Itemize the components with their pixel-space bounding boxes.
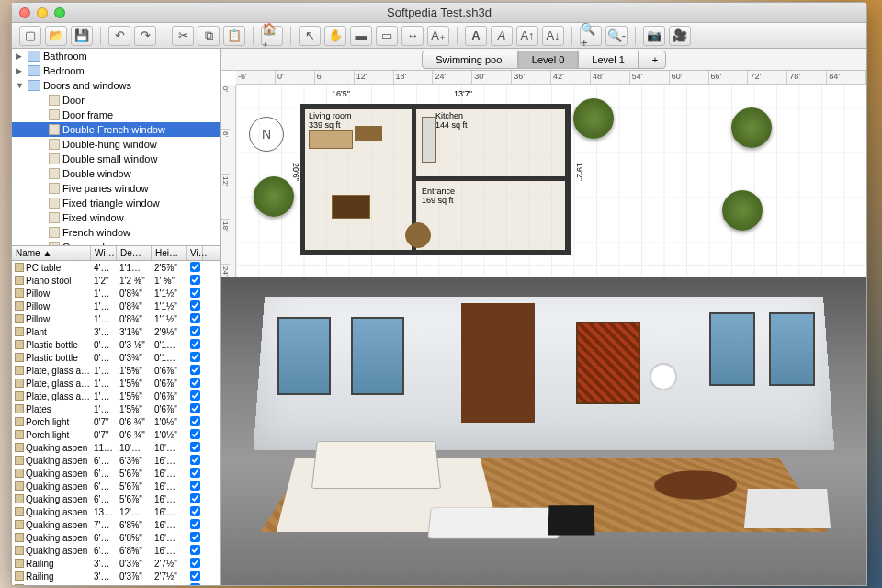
- pan-tool[interactable]: ✋: [324, 26, 346, 46]
- furniture-row[interactable]: Plates1'…1'5⅝"0'6⅞": [12, 402, 220, 415]
- photo-button[interactable]: 📷: [643, 26, 665, 46]
- visibility-checkbox[interactable]: [190, 416, 200, 426]
- close-icon[interactable]: [19, 7, 30, 18]
- visibility-checkbox[interactable]: [190, 326, 200, 336]
- dimension-tool[interactable]: ↔: [401, 26, 424, 46]
- video-button[interactable]: 🎥: [669, 26, 691, 46]
- furniture-row[interactable]: Pillow1'…0'8¾"1'1½": [12, 312, 220, 325]
- catalog-item[interactable]: ▼Doors and windows: [12, 78, 220, 93]
- catalog-item[interactable]: Double-hung window: [12, 137, 220, 152]
- visibility-checkbox[interactable]: [190, 506, 200, 516]
- visibility-checkbox[interactable]: [190, 275, 200, 285]
- furniture-row[interactable]: Plastic bottle0'…0'3 ⅛"0'1…: [12, 338, 220, 351]
- table-object[interactable]: [332, 195, 370, 219]
- furniture-row[interactable]: Piano stool1'2"1'2 ⅜"1' ⅝": [12, 274, 220, 287]
- zoom-in-button[interactable]: 🔍+: [580, 26, 602, 46]
- furniture-row[interactable]: Pillow1'…0'8¾"1'1½": [12, 287, 220, 300]
- furniture-row[interactable]: Plate, glass a…1'…1'5⅝"0'6⅞": [12, 364, 220, 377]
- visibility-checkbox[interactable]: [190, 403, 200, 413]
- catalog-item[interactable]: ▶Bedroom: [12, 63, 220, 78]
- catalog-item[interactable]: Five panes window: [12, 181, 220, 196]
- round-object[interactable]: [405, 222, 431, 248]
- tree-object[interactable]: [573, 98, 614, 139]
- tab-swimming-pool[interactable]: Swimming pool: [422, 51, 518, 69]
- visibility-checkbox[interactable]: [190, 493, 200, 503]
- sofa-object[interactable]: [309, 130, 353, 149]
- furniture-catalog-tree[interactable]: ▶Bathroom▶Bedroom▼Doors and windowsDoorD…: [12, 49, 220, 246]
- visibility-checkbox[interactable]: [190, 378, 200, 388]
- interior-wall[interactable]: [412, 176, 571, 181]
- visibility-checkbox[interactable]: [190, 300, 200, 311]
- visibility-checkbox[interactable]: [190, 468, 200, 478]
- furniture-row[interactable]: Quaking aspen6'…6'3⅜"16'…: [12, 454, 220, 467]
- furniture-list-header[interactable]: Name ▲ Wi… De… Hei… Vi…: [12, 246, 220, 261]
- text-tool[interactable]: A₊: [427, 26, 449, 46]
- furniture-row[interactable]: Quaking aspen6'…5'6⅞"16'…: [12, 467, 220, 480]
- furniture-row[interactable]: Pillow1'…0'8¾"1'1½": [12, 300, 220, 312]
- counter-object[interactable]: [422, 117, 436, 163]
- view-3d[interactable]: [221, 277, 866, 585]
- furniture-row[interactable]: Quaking aspen6'…6'8⅝"16'…: [12, 531, 220, 544]
- furniture-row[interactable]: Quaking aspen11…10'…18'…: [12, 441, 220, 454]
- furniture-object[interactable]: [355, 126, 382, 141]
- compass-icon[interactable]: N: [249, 117, 284, 152]
- catalog-item[interactable]: French window: [12, 225, 220, 240]
- catalog-item[interactable]: Door: [12, 93, 220, 107]
- visibility-checkbox[interactable]: [190, 339, 200, 349]
- italic-button[interactable]: A: [491, 26, 513, 46]
- save-button[interactable]: 💾: [71, 26, 93, 46]
- catalog-item[interactable]: ▶Bathroom: [12, 49, 220, 63]
- furniture-row[interactable]: Quaking aspen6'…6'8⅝"16'…: [12, 544, 220, 557]
- visibility-checkbox[interactable]: [190, 558, 200, 568]
- visibility-checkbox[interactable]: [190, 390, 200, 401]
- furniture-row[interactable]: Plate, glass a…1'…1'5⅝"0'6⅞": [12, 377, 220, 390]
- furniture-list[interactable]: PC table4'…1'1…2'5⅞"Piano stool1'2"1'2 ⅜…: [12, 261, 220, 585]
- redo-button[interactable]: ↷: [134, 26, 156, 46]
- visibility-checkbox[interactable]: [190, 313, 200, 323]
- paste-button[interactable]: 📋: [223, 26, 245, 46]
- furniture-row[interactable]: Porch light0'7"0'6 ¾"1'0½": [12, 428, 220, 441]
- visibility-checkbox[interactable]: [190, 442, 200, 452]
- furniture-row[interactable]: Plastic bottle0'…0'3¾"0'1…: [12, 351, 220, 364]
- furniture-row[interactable]: Rain gutters52…28'…0'7⅞": [12, 582, 220, 585]
- furniture-row[interactable]: Railing3'…0'3⅞"2'7½": [12, 570, 220, 582]
- zoom-icon[interactable]: [54, 7, 65, 18]
- room-tool[interactable]: ▭: [376, 26, 398, 46]
- catalog-item[interactable]: Double window: [12, 166, 220, 181]
- furniture-row[interactable]: Quaking aspen6'…5'6⅞"16'…: [12, 480, 220, 492]
- text-larger-button[interactable]: A↑: [516, 26, 538, 46]
- visibility-checkbox[interactable]: [190, 532, 200, 542]
- minimize-icon[interactable]: [37, 7, 48, 18]
- visibility-checkbox[interactable]: [190, 262, 200, 272]
- wall-tool[interactable]: ▬: [350, 26, 372, 46]
- furniture-row[interactable]: Quaking aspen13…12'…16'…: [12, 505, 220, 518]
- furniture-row[interactable]: Porch light0'7"0'6 ¾"1'0½": [12, 415, 220, 428]
- visibility-checkbox[interactable]: [190, 288, 200, 298]
- visibility-checkbox[interactable]: [190, 352, 200, 362]
- select-tool[interactable]: ↖: [299, 26, 321, 46]
- visibility-checkbox[interactable]: [190, 519, 200, 529]
- visibility-checkbox[interactable]: [190, 455, 200, 465]
- open-button[interactable]: 📂: [45, 26, 67, 46]
- visibility-checkbox[interactable]: [190, 481, 200, 491]
- catalog-item[interactable]: Door frame: [12, 107, 220, 122]
- furniture-row[interactable]: Quaking aspen6'…5'6⅞"16'…: [12, 492, 220, 505]
- add-furniture-button[interactable]: 🏠₊: [261, 26, 283, 46]
- catalog-item[interactable]: Garage door: [12, 240, 220, 246]
- tree-object[interactable]: [722, 190, 763, 231]
- visibility-checkbox[interactable]: [190, 365, 200, 375]
- tree-object[interactable]: [254, 176, 294, 217]
- catalog-item[interactable]: Double French window: [12, 122, 220, 137]
- add-level-button[interactable]: +: [639, 51, 666, 69]
- furniture-row[interactable]: Plate, glass a…1'…1'5⅝"0'6⅞": [12, 390, 220, 402]
- undo-button[interactable]: ↶: [108, 26, 130, 46]
- catalog-item[interactable]: Fixed triangle window: [12, 196, 220, 210]
- visibility-checkbox[interactable]: [190, 545, 200, 555]
- visibility-checkbox[interactable]: [190, 583, 200, 586]
- text-smaller-button[interactable]: A↓: [542, 26, 564, 46]
- bold-button[interactable]: A: [465, 26, 487, 46]
- tree-object[interactable]: [731, 107, 772, 148]
- visibility-checkbox[interactable]: [190, 429, 200, 439]
- plan-view[interactable]: -6'0'6'12'18'24'30'36'42'48'54'60'66'72'…: [221, 71, 866, 277]
- furniture-row[interactable]: Quaking aspen7'…6'8⅝"16'…: [12, 518, 220, 531]
